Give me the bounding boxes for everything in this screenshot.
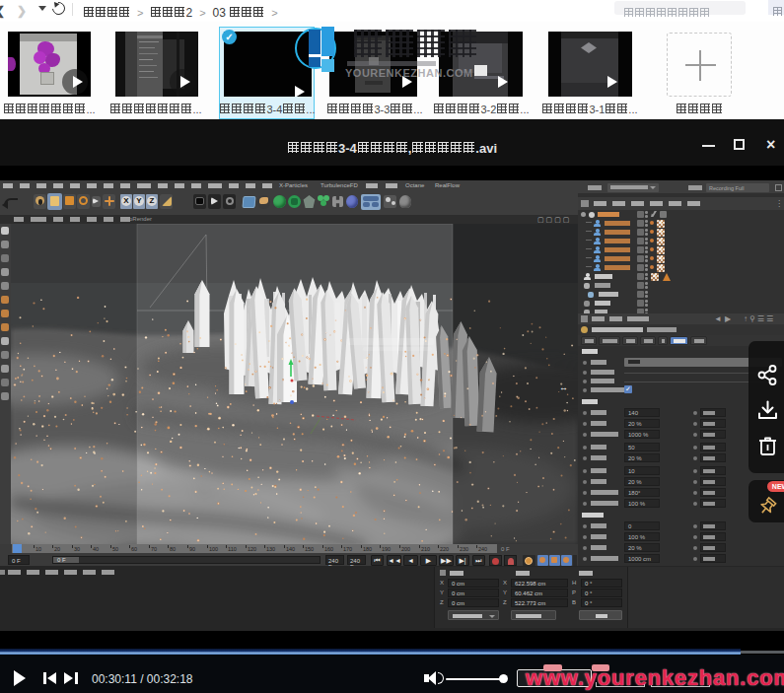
svg-text:↔: ↔ [559,382,568,392]
